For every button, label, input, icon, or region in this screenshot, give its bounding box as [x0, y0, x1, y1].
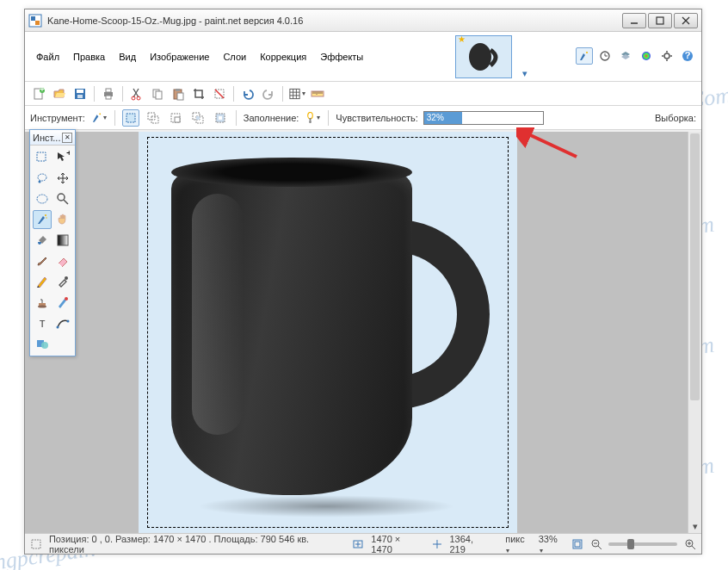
- menu-image[interactable]: Изображение: [144, 48, 215, 65]
- tool-pencil[interactable]: [33, 272, 52, 291]
- doc-size-icon: [352, 538, 364, 550]
- thumbnail-dropdown-icon[interactable]: ▾: [522, 68, 527, 79]
- maximize-button[interactable]: [648, 13, 672, 28]
- document-thumbnail[interactable]: ★: [455, 35, 512, 78]
- tool-move-selection[interactable]: +: [53, 148, 72, 167]
- print-button[interactable]: [100, 85, 117, 102]
- selection-subtract-button[interactable]: [167, 109, 184, 127]
- selection-intersect-button[interactable]: [189, 109, 207, 127]
- tool-magic-wand[interactable]: [33, 210, 52, 229]
- menu-layers[interactable]: Слои: [217, 48, 252, 65]
- zoom-slider-thumb[interactable]: [627, 539, 634, 549]
- tools-window-toggle[interactable]: [576, 47, 593, 65]
- tool-lasso-select[interactable]: [33, 169, 52, 188]
- tool-eraser[interactable]: [53, 251, 72, 270]
- selection-invert-button[interactable]: [212, 109, 229, 127]
- tool-zoom[interactable]: [53, 189, 72, 208]
- zoom-slider[interactable]: [608, 542, 677, 546]
- undo-button[interactable]: [239, 85, 256, 102]
- tool-ellipse-select[interactable]: [33, 189, 52, 208]
- separator: [236, 110, 237, 126]
- current-tool-icon[interactable]: ▾: [90, 109, 108, 127]
- tools-window-title: Инст...: [33, 133, 60, 143]
- menu-view[interactable]: Вид: [113, 48, 142, 65]
- tool-line[interactable]: [53, 313, 72, 332]
- tool-label: Инструмент:: [30, 113, 85, 123]
- info-icon: [30, 538, 42, 550]
- save-button[interactable]: [71, 85, 89, 102]
- separator: [122, 86, 123, 102]
- separator: [328, 110, 329, 126]
- svg-point-10: [642, 52, 651, 60]
- vertical-scrollbar[interactable]: ▴ ▾: [688, 132, 701, 533]
- svg-point-86: [65, 297, 68, 300]
- tool-color-picker[interactable]: [53, 272, 72, 291]
- grid-button[interactable]: ▾: [288, 85, 305, 102]
- open-button[interactable]: [51, 85, 68, 102]
- tolerance-label: Чувствительность:: [336, 113, 417, 123]
- scrollbar-thumb[interactable]: [690, 133, 700, 400]
- colors-window-toggle[interactable]: [638, 47, 655, 65]
- zoom-in-icon[interactable]: [684, 538, 696, 550]
- tool-shapes[interactable]: [33, 334, 52, 353]
- menu-file[interactable]: Файл: [30, 48, 65, 65]
- tolerance-slider[interactable]: 32%: [423, 111, 544, 125]
- crop-button[interactable]: [190, 85, 207, 102]
- cut-button[interactable]: [128, 85, 145, 102]
- svg-rect-2: [35, 21, 40, 25]
- flood-mode-button[interactable]: ▾: [304, 109, 321, 127]
- redo-button[interactable]: [260, 85, 277, 102]
- svg-point-11: [664, 53, 669, 59]
- svg-text:T: T: [40, 319, 46, 329]
- scroll-down-icon[interactable]: ▾: [688, 519, 701, 533]
- svg-rect-25: [106, 89, 111, 92]
- svg-point-83: [65, 276, 68, 280]
- zoom-value[interactable]: 33% ▾: [539, 534, 565, 555]
- paste-button[interactable]: [170, 85, 187, 102]
- tool-pan[interactable]: [53, 210, 72, 229]
- tool-move-pixels[interactable]: [53, 169, 72, 188]
- titlebar: Kane-Home-Scoop-15-Oz.-Mug.jpg - paint.n…: [25, 9, 701, 32]
- zoom-out-icon[interactable]: [590, 538, 602, 550]
- tool-gradient[interactable]: [53, 231, 72, 250]
- svg-rect-49: [126, 114, 135, 122]
- tool-rect-select[interactable]: [33, 148, 52, 167]
- tools-window-titlebar[interactable]: Инст... ✕: [30, 130, 75, 146]
- ruler-button[interactable]: [309, 85, 326, 102]
- minimize-button[interactable]: [622, 13, 646, 28]
- close-button[interactable]: [674, 13, 698, 28]
- settings-button[interactable]: [658, 47, 676, 65]
- tools-window[interactable]: Инст... ✕ + T: [29, 129, 76, 356]
- layers-window-toggle[interactable]: [617, 47, 634, 65]
- menu-edit[interactable]: Правка: [67, 48, 111, 65]
- status-info: Позиция: 0 , 0. Размер: 1470 × 1470 . Пл…: [49, 534, 345, 555]
- history-window-toggle[interactable]: [596, 47, 614, 65]
- fit-window-icon[interactable]: [571, 538, 583, 550]
- svg-point-75: [38, 174, 46, 181]
- statusbar: Позиция: 0 , 0. Размер: 1470 × 1470 . Пл…: [25, 533, 701, 554]
- menu-effects[interactable]: Эффекты: [314, 48, 369, 65]
- selection-add-button[interactable]: [145, 109, 162, 127]
- tool-recolor[interactable]: [53, 293, 72, 312]
- window-title: Kane-Home-Scoop-15-Oz.-Mug.jpg - paint.n…: [47, 15, 620, 26]
- option-bar: Инструмент: ▾ Заполнение: ▾ Чувствительн…: [25, 106, 701, 130]
- units-selector[interactable]: пикс ▾: [505, 534, 531, 555]
- modified-star-icon: ★: [458, 34, 466, 44]
- tool-text[interactable]: T: [33, 313, 52, 332]
- selection-replace-button[interactable]: [122, 109, 139, 127]
- new-button[interactable]: +: [30, 85, 47, 102]
- tools-window-close-icon[interactable]: ✕: [62, 133, 72, 143]
- tool-paintbrush[interactable]: [33, 251, 52, 270]
- help-button[interactable]: ?: [679, 47, 696, 65]
- copy-button[interactable]: [149, 85, 166, 102]
- svg-rect-53: [175, 117, 180, 122]
- menu-adjust[interactable]: Коррекция: [254, 48, 312, 65]
- tool-clone-stamp[interactable]: [33, 293, 52, 312]
- canvas[interactable]: [139, 132, 517, 533]
- tool-paint-bucket[interactable]: [33, 231, 52, 250]
- svg-rect-65: [575, 542, 580, 547]
- separator: [114, 110, 115, 126]
- canvas-gutter-right: [517, 132, 688, 533]
- deselect-button[interactable]: [211, 85, 228, 102]
- svg-rect-82: [58, 235, 68, 245]
